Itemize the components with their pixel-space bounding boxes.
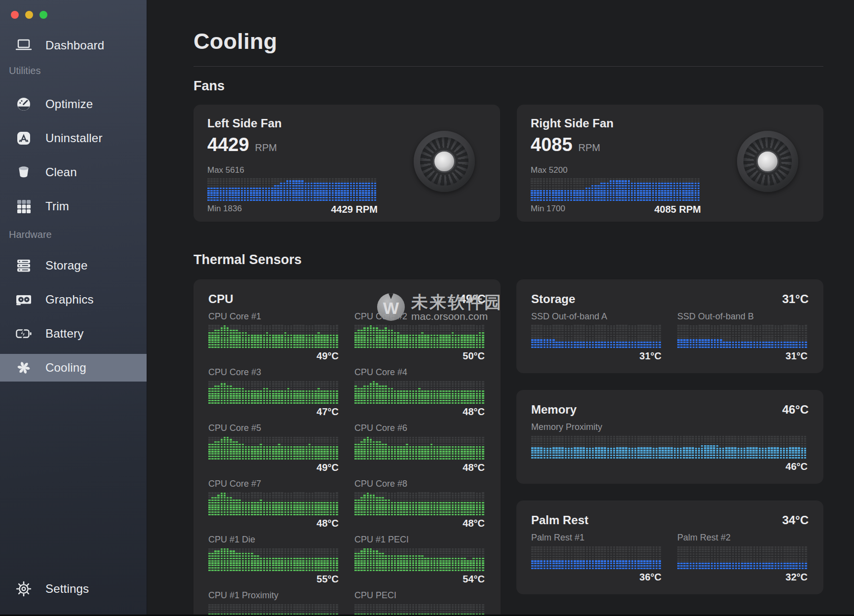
sensor-history-chart <box>208 547 339 571</box>
sensor-value: 49°C <box>208 462 339 473</box>
sensor-value: 49°C <box>208 350 339 361</box>
sensor-memory-proximity: Memory Proximity46°C <box>531 422 808 472</box>
sensor-label: CPU Core #8 <box>354 478 485 489</box>
laptop-icon <box>14 36 34 55</box>
sensor-cpu-core-1: CPU Core #149°C <box>208 311 339 361</box>
sensor-label: CPU Core #1 <box>208 311 339 322</box>
storage-sensor-grid: SSD Out-of-band A31°CSSD Out-of-band B31… <box>531 311 809 367</box>
sensor-cpu-core-6: CPU Core #648°C <box>354 423 485 473</box>
sidebar-item-clean[interactable]: Clean <box>0 158 147 186</box>
fan-card-left: Left Side Fan 4429 RPM Max 5616 Min 1836… <box>194 105 500 222</box>
sensor-label: Palm Rest #2 <box>677 532 808 543</box>
minimize-button[interactable] <box>25 11 33 19</box>
fan-icon <box>14 358 34 378</box>
sidebar-item-label: Graphics <box>45 293 94 307</box>
fan-image <box>737 131 798 192</box>
fan-rpm-value: 4085 <box>531 134 573 155</box>
sidebar-item-label: Settings <box>45 582 89 596</box>
sensor-label: CPU Core #2 <box>354 311 485 322</box>
thermal-left-column: CPU 49°C CPU Core #149°CCPU Core #250°CC… <box>194 279 501 616</box>
palm-rest-card: Palm Rest 34°C Palm Rest #136°CPalm Rest… <box>516 500 823 594</box>
fan-hub <box>433 150 456 173</box>
sensor-cpu-1-peci: CPU #1 PECI54°C <box>354 534 485 584</box>
grid-icon <box>14 196 34 216</box>
sensor-history-chart <box>677 545 808 569</box>
fan-image <box>414 131 475 192</box>
sidebar-item-trim[interactable]: Trim <box>0 192 147 220</box>
sidebar-item-label: Battery <box>45 327 83 341</box>
fan-name: Right Side Fan <box>531 116 810 130</box>
card-title: CPU <box>208 292 233 306</box>
sensor-cpu-1-proximity: CPU #1 Proximity <box>208 590 339 616</box>
fan-min-label: Min 1836 <box>207 204 242 215</box>
sensor-cpu-peci: CPU PECI <box>354 590 485 616</box>
sidebar-item-battery[interactable]: Battery <box>0 320 147 347</box>
sidebar-section-utilities: Utilities <box>9 65 147 77</box>
fan-hub <box>756 150 779 173</box>
app-window: Dashboard Utilities Optimize <box>0 0 854 616</box>
close-button[interactable] <box>11 11 19 19</box>
palm-rest-sensor-grid: Palm Rest #136°CPalm Rest #232°C <box>531 532 809 588</box>
sensor-cpu-core-5: CPU Core #549°C <box>208 423 339 473</box>
fan-rpm-unit: RPM <box>579 142 600 154</box>
sensor-history-chart <box>354 324 485 348</box>
sensor-value: 50°C <box>354 350 485 361</box>
sidebar-item-graphics[interactable]: Graphics <box>0 286 147 313</box>
sidebar-section-hardware: Hardware <box>9 229 147 240</box>
zoom-button[interactable] <box>39 11 47 19</box>
sensor-label: CPU Core #3 <box>208 367 339 378</box>
card-title: Palm Rest <box>531 513 588 527</box>
sensor-value: 48°C <box>354 518 485 529</box>
sensor-value: 48°C <box>354 406 485 417</box>
sensor-history-chart <box>677 324 808 348</box>
sensor-value: 55°C <box>208 574 339 584</box>
sensor-cpu-core-7: CPU Core #748°C <box>208 478 339 529</box>
sensor-value: 47°C <box>208 406 339 417</box>
sidebar-item-settings[interactable]: Settings <box>0 575 147 603</box>
memory-card: Memory 46°C Memory Proximity46°C <box>516 390 823 484</box>
sidebar-item-label: Optimize <box>45 97 93 111</box>
sidebar-spacer <box>0 382 147 575</box>
sensor-label: CPU Core #4 <box>354 367 485 378</box>
sidebar-item-label: Storage <box>45 259 87 272</box>
sensor-history-chart <box>531 324 661 348</box>
sidebar-item-cooling[interactable]: Cooling <box>0 354 147 382</box>
thermal-section-header: Thermal Sensors <box>194 252 823 268</box>
thermal-right-column: Storage 31°C SSD Out-of-band A31°CSSD Ou… <box>516 279 823 611</box>
gear-icon <box>14 579 34 599</box>
sensor-value: 32°C <box>677 572 808 582</box>
fan-min-label: Min 1700 <box>531 204 565 215</box>
sidebar: Dashboard Utilities Optimize <box>0 0 147 616</box>
sidebar-item-storage[interactable]: Storage <box>0 252 147 279</box>
fan-current-rpm: 4085 RPM <box>655 204 701 215</box>
sensor-label: CPU Core #6 <box>354 423 485 433</box>
sidebar-item-optimize[interactable]: Optimize <box>0 90 147 118</box>
sensor-history-chart <box>531 545 661 569</box>
sensor-label: Memory Proximity <box>531 422 808 432</box>
card-temp: 46°C <box>782 403 809 417</box>
main-content: Cooling Fans Left Side Fan 4429 RPM Max … <box>147 0 854 616</box>
storage-card: Storage 31°C SSD Out-of-band A31°CSSD Ou… <box>516 279 823 373</box>
sidebar-item-uninstaller[interactable]: Uninstaller <box>0 124 147 152</box>
sensor-value: 31°C <box>677 350 808 361</box>
appstore-icon <box>14 128 34 148</box>
sensor-history-chart <box>354 547 485 571</box>
battery-icon <box>14 324 34 344</box>
fan-rpm-unit: RPM <box>255 142 277 154</box>
sidebar-item-dashboard[interactable]: Dashboard <box>0 32 147 59</box>
sensor-label: CPU #1 Die <box>208 534 339 545</box>
fan-name: Left Side Fan <box>207 116 486 130</box>
sensor-history-chart <box>354 380 485 404</box>
card-title: Memory <box>531 403 577 417</box>
sensor-history-chart <box>354 492 485 515</box>
sensor-history-chart <box>208 492 339 515</box>
sidebar-item-label: Cooling <box>45 361 86 375</box>
sensor-label: SSD Out-of-band A <box>531 311 661 322</box>
title-divider <box>194 66 823 67</box>
cpu-sensor-grid: CPU Core #149°CCPU Core #250°CCPU Core #… <box>208 311 486 616</box>
sensor-cpu-1-die: CPU #1 Die55°C <box>208 534 339 584</box>
sensor-history-chart <box>208 436 339 460</box>
sensor-value: 48°C <box>354 462 485 473</box>
sensor-label: CPU PECI <box>354 590 485 601</box>
sensor-cpu-core-3: CPU Core #347°C <box>208 367 339 417</box>
